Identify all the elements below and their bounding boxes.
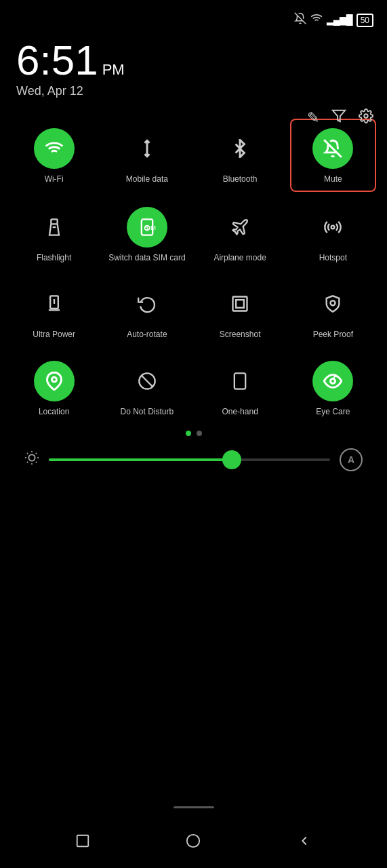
svg-line-4 (325, 140, 342, 157)
svg-point-11 (331, 225, 335, 229)
ultra-power-tile-icon-wrap (34, 283, 75, 324)
auto-brightness-button[interactable]: A (340, 448, 363, 471)
date-display: Wed, Apr 12 (16, 84, 371, 98)
svg-rect-20 (235, 373, 245, 389)
quick-tiles-container: Wi-Fi Mobile data Bluetooth (0, 112, 387, 478)
brightness-thumb[interactable] (222, 450, 241, 469)
hotspot-tile-icon-wrap (312, 207, 353, 248)
hotspot-tile-label: Hotspot (319, 253, 347, 264)
dnd-tile-label: Do Not Disturb (121, 407, 174, 418)
tile-peek-proof[interactable]: Peek Proof (290, 275, 376, 346)
top-action-icons: ✎ (307, 108, 373, 127)
one-hand-tile-icon-wrap (220, 361, 260, 401)
battery-icon: 50 (357, 14, 373, 26)
tile-auto-rotate[interactable]: Auto-rotate (104, 275, 190, 346)
signal-bars-icon: ▂▄▆█ (327, 14, 352, 25)
airplane-tile-icon-wrap (220, 207, 260, 248)
tile-one-hand[interactable]: One-hand (197, 353, 283, 423)
filter-icon[interactable] (331, 108, 346, 127)
bluetooth-tile-icon-wrap (220, 128, 260, 169)
tile-ultra-power[interactable]: Ultra Power (11, 275, 97, 346)
svg-point-17 (52, 377, 56, 382)
tile-switch-sim[interactable]: SIM 1 Switch data SIM card (104, 199, 190, 269)
eye-care-tile-icon-wrap (312, 361, 353, 401)
svg-marker-1 (333, 111, 345, 122)
svg-point-23 (28, 455, 35, 461)
time-display: 6:51 (16, 39, 98, 81)
recent-apps-button[interactable] (69, 827, 96, 854)
svg-line-27 (36, 462, 37, 462)
svg-line-31 (36, 453, 37, 454)
mobile-data-tile-label: Mobile data (126, 174, 168, 185)
status-bar: ▂▄▆█ 50 (0, 0, 387, 33)
mobile-data-tile-icon-wrap (127, 128, 167, 169)
location-tile-label: Location (39, 407, 69, 418)
home-button[interactable] (180, 827, 207, 854)
screenshot-tile-icon-wrap (220, 283, 260, 324)
tile-flashlight[interactable]: Flashlight (11, 199, 97, 269)
svg-point-16 (331, 301, 335, 306)
tile-eye-care[interactable]: Eye Care (290, 353, 376, 423)
wifi-tile-icon-wrap (34, 128, 75, 169)
dnd-tile-icon-wrap (127, 361, 167, 401)
peek-proof-tile-icon-wrap (312, 283, 353, 324)
tile-bluetooth[interactable]: Bluetooth (197, 119, 283, 192)
svg-rect-15 (236, 300, 244, 308)
brightness-slider[interactable] (49, 458, 330, 461)
brightness-fill (49, 458, 232, 461)
auto-brightness-label: A (348, 454, 354, 465)
flashlight-tile-label: Flashlight (37, 253, 71, 264)
tile-screenshot[interactable]: Screenshot (197, 275, 283, 346)
settings-icon[interactable] (359, 108, 373, 127)
wifi-tile-label: Wi-Fi (45, 174, 64, 185)
pagination-dots (11, 431, 376, 436)
svg-line-26 (27, 453, 28, 454)
tile-airplane[interactable]: Airplane mode (197, 199, 283, 269)
tile-mute[interactable]: Mute (290, 119, 376, 192)
flashlight-tile-icon-wrap (34, 207, 75, 248)
tiles-grid: Wi-Fi Mobile data Bluetooth (11, 119, 376, 422)
svg-rect-14 (233, 297, 247, 311)
tile-location[interactable]: Location (11, 353, 97, 423)
tile-dnd[interactable]: Do Not Disturb (104, 353, 190, 423)
svg-point-22 (331, 378, 335, 383)
svg-line-30 (27, 462, 28, 462)
auto-rotate-tile-label: Auto-rotate (127, 330, 167, 340)
bell-off-icon (294, 12, 306, 27)
ultra-power-tile-label: Ultra Power (33, 330, 75, 340)
brightness-row: A (11, 448, 376, 471)
auto-rotate-tile-icon-wrap (127, 283, 167, 324)
svg-point-33 (187, 835, 199, 847)
switch-sim-tile-icon-wrap: SIM 1 (127, 207, 167, 248)
screenshot-tile-label: Screenshot (220, 330, 261, 340)
ampm-label: PM (102, 61, 125, 79)
gesture-bar (174, 806, 214, 810)
peek-proof-tile-label: Peek Proof (313, 330, 353, 340)
tile-hotspot[interactable]: Hotspot (290, 199, 376, 269)
svg-point-2 (364, 114, 368, 118)
bluetooth-tile-label: Bluetooth (223, 174, 258, 185)
svg-text:1: 1 (146, 225, 148, 230)
svg-rect-32 (77, 835, 89, 847)
wifi-icon (310, 12, 323, 27)
battery-level: 50 (357, 14, 373, 27)
svg-rect-5 (51, 219, 57, 224)
location-tile-icon-wrap (34, 361, 75, 401)
back-button[interactable] (291, 827, 318, 854)
time-section: 6:51 PM Wed, Apr 12 (0, 33, 387, 112)
svg-line-0 (295, 13, 306, 24)
switch-sim-tile-label: Switch data SIM card (108, 253, 185, 264)
eye-care-tile-label: Eye Care (316, 407, 350, 418)
one-hand-tile-label: One-hand (222, 407, 258, 418)
pagination-dot-2[interactable] (197, 431, 202, 436)
navigation-bar (0, 814, 387, 868)
tile-wifi[interactable]: Wi-Fi (11, 119, 97, 192)
svg-line-19 (142, 376, 152, 387)
mute-tile-icon-wrap (312, 128, 353, 169)
tile-mobile-data[interactable]: Mobile data (104, 119, 190, 192)
edit-icon[interactable]: ✎ (307, 109, 319, 127)
airplane-tile-label: Airplane mode (213, 253, 266, 264)
brightness-icon (24, 450, 39, 469)
mute-tile-label: Mute (324, 174, 342, 185)
pagination-dot-1[interactable] (186, 431, 191, 436)
